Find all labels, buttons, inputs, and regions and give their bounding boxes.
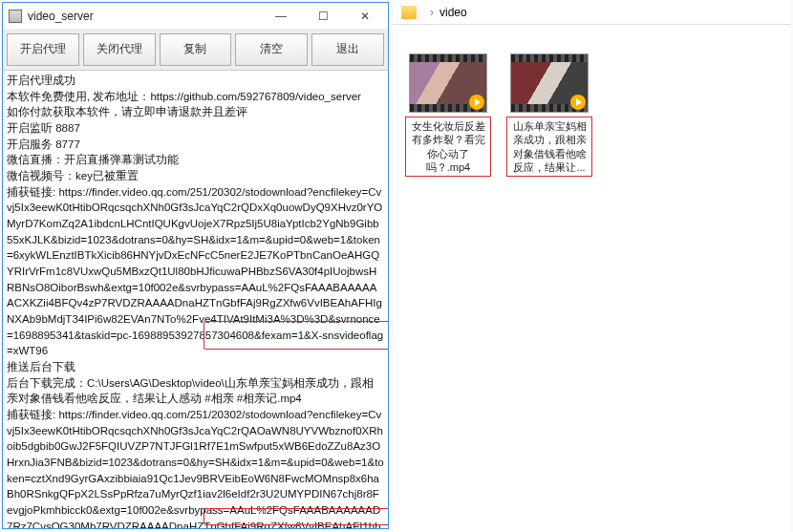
video-thumbnail: [409, 53, 487, 113]
video-thumbnail: [510, 53, 589, 113]
maximize-button[interactable]: ☐: [302, 4, 344, 29]
file-label: 女生化妆后反差有多炸裂？看完你心动了吗？.mp4: [405, 117, 491, 177]
app-window: video_server — ☐ ✕ 开启代理 关闭代理 复制 清空 退出 开启…: [2, 2, 389, 532]
log-output[interactable]: 开启代理成功本软件免费使用, 发布地址：https://github.com/5…: [2, 71, 389, 529]
close-button[interactable]: ✕: [344, 4, 386, 29]
copy-button[interactable]: 复制: [160, 33, 232, 66]
file-item[interactable]: 山东单亲宝妈相亲成功，跟相亲对象借钱看他啥反应，结果让...: [508, 53, 590, 177]
log-line: 微信直播：开启直播弹幕测试功能: [7, 152, 384, 168]
window-title: video_server: [28, 10, 260, 23]
titlebar[interactable]: video_server — ☐ ✕: [2, 2, 389, 29]
path-segment[interactable]: video: [439, 6, 467, 19]
stop-proxy-button[interactable]: 关闭代理: [83, 33, 156, 66]
play-icon: [570, 95, 586, 110]
clear-button[interactable]: 清空: [235, 33, 308, 66]
log-line: 开启代理成功: [7, 73, 384, 89]
file-item[interactable]: 女生化妆后反差有多炸裂？看完你心动了吗？.mp4: [407, 53, 489, 177]
toolbar: 开启代理 关闭代理 复制 清空 退出: [2, 29, 389, 71]
log-line: 开启监听 8887: [7, 120, 384, 137]
folder-icon: [401, 6, 417, 19]
address-bar[interactable]: › video: [394, 0, 791, 25]
minimize-button[interactable]: —: [260, 4, 302, 29]
log-line: 捕获链接: https://finder.video.qq.com/251/20…: [7, 184, 384, 359]
log-line: 开启服务 8777: [7, 137, 384, 153]
log-line: 如你付款获取本软件，请立即申请退款并且差评: [7, 104, 384, 120]
files-area: 女生化妆后反差有多炸裂？看完你心动了吗？.mp4 山东单亲宝妈相亲成功，跟相亲对…: [394, 25, 791, 205]
log-line: 后台下载完成：C:\Users\AG\Desktop\video\山东单亲宝妈相…: [7, 375, 384, 407]
start-proxy-button[interactable]: 开启代理: [7, 33, 79, 66]
file-label: 山东单亲宝妈相亲成功，跟相亲对象借钱看他啥反应，结果让...: [506, 117, 592, 177]
log-line: 微信视频号：key已被重置: [7, 168, 384, 184]
log-line: 捕获链接: https://finder.video.qq.com/251/20…: [7, 407, 384, 529]
app-icon: [9, 10, 22, 23]
exit-button[interactable]: 退出: [311, 33, 384, 66]
explorer-window: › video 女生化妆后反差有多炸裂？看完你心动了吗？.mp4 山东单亲宝妈相…: [394, 0, 791, 532]
log-line: 推送后台下载: [7, 359, 384, 375]
chevron-right-icon: ›: [430, 6, 434, 19]
log-line: 本软件免费使用, 发布地址：https://github.com/5927678…: [7, 89, 384, 105]
play-icon: [469, 95, 484, 110]
